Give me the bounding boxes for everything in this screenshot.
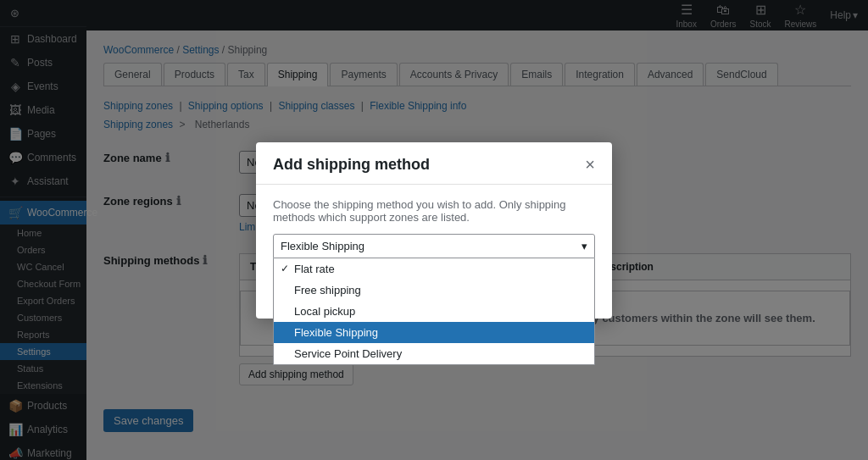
shipping-method-dropdown: ✓ Flat rate ✓ Free shipping ✓ Local pick… (273, 258, 595, 365)
modal-body: Choose the shipping method you wish to a… (256, 185, 612, 272)
select-current-value: Flexible Shipping (281, 240, 364, 252)
add-shipping-method-modal: Add shipping method × Choose the shippin… (256, 142, 612, 319)
shipping-method-select-display[interactable]: Flexible Shipping ▾ (273, 234, 595, 258)
modal-overlay: Add shipping method × Choose the shippin… (0, 0, 868, 460)
modal-header: Add shipping method × (256, 142, 612, 185)
modal-close-button[interactable]: × (585, 156, 595, 173)
modal-description: Choose the shipping method you wish to a… (273, 198, 595, 224)
flat-rate-label: Flat rate (294, 263, 335, 275)
service-point-label: Service Point Delivery (294, 347, 402, 360)
shipping-method-select-wrapper: Flexible Shipping ▾ ✓ Flat rate ✓ Free s… (273, 234, 595, 258)
option-service-point[interactable]: ✓ Service Point Delivery (274, 343, 594, 364)
option-flexible-shipping[interactable]: ✓ Flexible Shipping (274, 322, 594, 343)
flexible-shipping-label: Flexible Shipping (294, 326, 378, 339)
local-pickup-label: Local pickup (294, 305, 355, 318)
option-free-shipping[interactable]: ✓ Free shipping (274, 280, 594, 301)
option-local-pickup[interactable]: ✓ Local pickup (274, 301, 594, 322)
flat-rate-checkmark: ✓ (281, 263, 289, 274)
option-flat-rate[interactable]: ✓ Flat rate (274, 258, 594, 280)
modal-title: Add shipping method (273, 156, 430, 174)
select-chevron-icon: ▾ (581, 240, 587, 252)
free-shipping-label: Free shipping (294, 284, 361, 297)
